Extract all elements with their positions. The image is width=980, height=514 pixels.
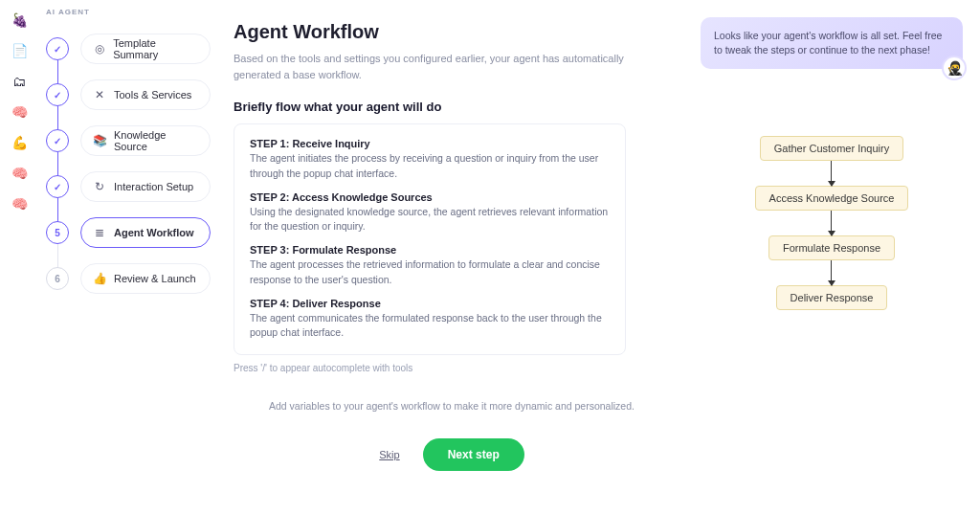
flow-node: Access Knowledge Source (755, 186, 909, 211)
workflow-step: STEP 4: Deliver Response The agent commu… (250, 298, 610, 342)
workflow-step-desc: Using the designated knowledge source, t… (250, 205, 610, 235)
page-icon[interactable]: 📄 (11, 42, 28, 59)
assistant-message: Looks like your agent's workflow is all … (701, 17, 963, 69)
book-icon: 📚 (93, 134, 106, 147)
step-badge-done (46, 175, 69, 198)
workflow-step-desc: The agent communicates the formulated re… (250, 311, 610, 342)
step-badge-current: 5 (46, 221, 69, 244)
assistant-avatar-icon: 🥷 (942, 56, 967, 80)
flow-arrow-icon (831, 211, 832, 235)
sync-icon: ↻ (93, 180, 106, 193)
next-step-button[interactable]: Next step (423, 438, 524, 471)
logo-grape-icon[interactable]: 🍇 (11, 11, 28, 29)
page-title: Agent Workflow (234, 21, 670, 43)
main-content: Agent Workflow Based on the tools and se… (211, 0, 693, 514)
step-label: Agent Workflow (114, 227, 194, 238)
step-label: Knowledge Source (114, 129, 198, 152)
thumbs-up-icon: 👍 (93, 272, 106, 285)
step-interaction-setup[interactable]: ↻ Interaction Setup (38, 164, 211, 210)
step-agent-workflow[interactable]: 5 ≣ Agent Workflow (38, 210, 211, 256)
stepper: ◎ Template Summary ✕ Tools & Services 📚 … (38, 26, 211, 302)
step-badge-pending: 6 (46, 267, 69, 290)
page-subtitle: Based on the tools and settings you conf… (234, 51, 635, 82)
step-template-summary[interactable]: ◎ Template Summary (38, 26, 211, 72)
workflow-step: STEP 2: Access Knowledge Sources Using t… (250, 191, 610, 235)
assistant-message-text: Looks like your agent's workflow is all … (714, 30, 942, 56)
flow-node: Deliver Response (776, 285, 888, 310)
workflow-step: STEP 3: Formulate Response The agent pro… (250, 244, 610, 288)
flow-node: Formulate Response (768, 235, 895, 260)
step-label: Interaction Setup (114, 181, 193, 192)
footer-actions: Skip Next step (234, 438, 670, 486)
workflow-step: STEP 1: Receive Inquiry The agent initia… (250, 138, 610, 182)
workflow-step-title: STEP 4: Deliver Response (250, 298, 610, 309)
flow-node: Gather Customer Inquiry (760, 136, 903, 161)
autocomplete-hint: Press '/' to appear autocomplete with to… (234, 363, 670, 373)
variables-note: Add variables to your agent's workflow t… (269, 400, 635, 412)
model-icon-1[interactable]: 🧠 (11, 103, 28, 121)
flow-arrow-icon (831, 260, 832, 285)
section-heading: Briefly flow what your agent will do (234, 100, 670, 114)
flow-arrow-icon (831, 161, 832, 186)
arm-icon[interactable]: 💪 (11, 134, 28, 151)
model-icon-3[interactable]: 🧠 (11, 195, 28, 212)
workflow-card[interactable]: STEP 1: Receive Inquiry The agent initia… (234, 123, 626, 355)
step-badge-done (46, 129, 69, 152)
stepper-column: AI AGENT ◎ Template Summary ✕ Tools & Se… (38, 0, 211, 514)
tools-icon: ✕ (93, 88, 106, 101)
step-review-launch[interactable]: 6 👍 Review & Launch (38, 256, 211, 302)
target-icon: ◎ (93, 42, 105, 56)
workflow-step-title: STEP 2: Access Knowledge Sources (250, 191, 610, 203)
step-badge-done (46, 37, 69, 60)
step-badge-done (46, 83, 69, 106)
icon-rail: 🍇 📄 🗂 🧠 💪 🧠 🧠 (0, 0, 38, 514)
workflow-step-desc: The agent initiates the process by recei… (250, 151, 610, 182)
model-icon-2[interactable]: 🧠 (11, 165, 28, 182)
workflow-step-title: STEP 3: Formulate Response (250, 244, 610, 256)
step-knowledge-source[interactable]: 📚 Knowledge Source (38, 118, 211, 164)
step-label: Tools & Services (114, 89, 191, 101)
flow-diagram: Gather Customer Inquiry Access Knowledge… (755, 136, 909, 310)
workflow-step-title: STEP 1: Receive Inquiry (250, 138, 610, 149)
folder-add-icon[interactable]: 🗂 (11, 73, 28, 90)
flow-icon: ≣ (93, 226, 106, 239)
step-tools-services[interactable]: ✕ Tools & Services (38, 72, 211, 118)
step-label: Template Summary (113, 37, 198, 60)
assistant-panel: Looks like your agent's workflow is all … (693, 0, 980, 514)
step-label: Review & Launch (114, 273, 196, 284)
section-label: AI AGENT (46, 8, 211, 16)
workflow-step-desc: The agent processes the retrieved inform… (250, 257, 610, 288)
skip-link[interactable]: Skip (379, 449, 399, 460)
